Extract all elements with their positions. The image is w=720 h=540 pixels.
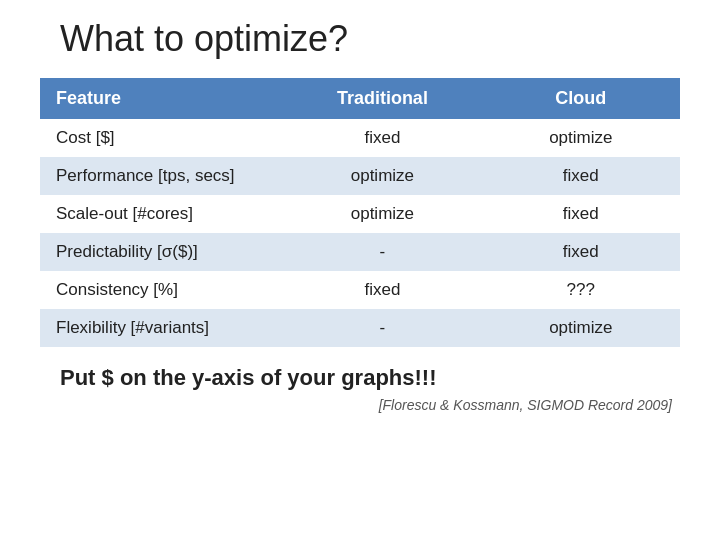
table-body: Cost [$]fixedoptimizePerformance [tps, s… bbox=[40, 119, 680, 347]
table-cell: optimize bbox=[482, 119, 680, 157]
table-row: Predictability [σ($)]-fixed bbox=[40, 233, 680, 271]
table-cell: optimize bbox=[482, 309, 680, 347]
table-cell: Flexibility [#variants] bbox=[40, 309, 283, 347]
page: What to optimize? Feature Traditional Cl… bbox=[0, 0, 720, 540]
page-title: What to optimize? bbox=[60, 18, 348, 60]
table-cell: - bbox=[283, 233, 481, 271]
table-cell: Predictability [σ($)] bbox=[40, 233, 283, 271]
table-cell: Cost [$] bbox=[40, 119, 283, 157]
table-cell: Scale-out [#cores] bbox=[40, 195, 283, 233]
table-header-row: Feature Traditional Cloud bbox=[40, 78, 680, 119]
table-row: Flexibility [#variants]-optimize bbox=[40, 309, 680, 347]
col-header-feature: Feature bbox=[40, 78, 283, 119]
table-row: Cost [$]fixedoptimize bbox=[40, 119, 680, 157]
table-cell: ??? bbox=[482, 271, 680, 309]
table-cell: optimize bbox=[283, 157, 481, 195]
comparison-table: Feature Traditional Cloud Cost [$]fixedo… bbox=[40, 78, 680, 347]
footer-text: Put $ on the y-axis of your graphs!!! bbox=[60, 365, 436, 391]
table-cell: optimize bbox=[283, 195, 481, 233]
table-cell: fixed bbox=[482, 233, 680, 271]
table-row: Scale-out [#cores]optimizefixed bbox=[40, 195, 680, 233]
table-cell: fixed bbox=[482, 157, 680, 195]
table-cell: - bbox=[283, 309, 481, 347]
table-cell: fixed bbox=[283, 271, 481, 309]
col-header-cloud: Cloud bbox=[482, 78, 680, 119]
table-row: Consistency [%]fixed??? bbox=[40, 271, 680, 309]
table-cell: Performance [tps, secs] bbox=[40, 157, 283, 195]
citation-text: [Florescu & Kossmann, SIGMOD Record 2009… bbox=[379, 397, 672, 413]
table-cell: fixed bbox=[482, 195, 680, 233]
col-header-traditional: Traditional bbox=[283, 78, 481, 119]
table-cell: fixed bbox=[283, 119, 481, 157]
table-cell: Consistency [%] bbox=[40, 271, 283, 309]
table-row: Performance [tps, secs]optimizefixed bbox=[40, 157, 680, 195]
